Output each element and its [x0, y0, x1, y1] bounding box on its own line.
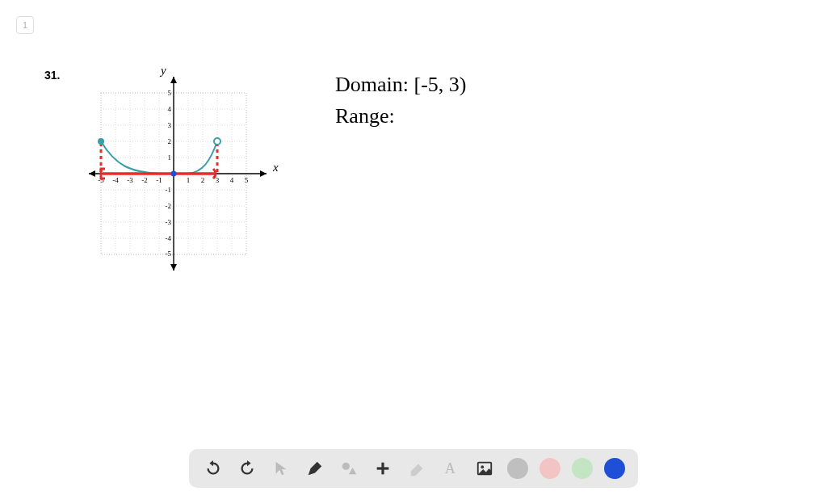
- svg-point-46: [98, 138, 104, 145]
- color-blue[interactable]: [604, 458, 625, 479]
- svg-text:-5: -5: [166, 250, 172, 258]
- problem-number: 31.: [44, 69, 60, 82]
- svg-marker-49: [209, 460, 213, 466]
- image-icon: [476, 460, 493, 477]
- color-grey[interactable]: [507, 458, 528, 479]
- plus-icon: [374, 460, 392, 477]
- graph-svg: -5-4-3 -2-1 123 45 543 21 -1-2-3 -4-5: [81, 69, 283, 279]
- toolbar: A: [189, 449, 638, 488]
- svg-text:-2: -2: [166, 202, 172, 210]
- x-axis-label: x: [273, 161, 279, 174]
- redo-button[interactable]: [236, 457, 258, 480]
- color-pink[interactable]: [539, 458, 560, 479]
- color-green[interactable]: [572, 458, 593, 479]
- svg-marker-19: [260, 170, 267, 177]
- svg-text:-4: -4: [112, 176, 119, 184]
- svg-text:3: 3: [216, 176, 220, 184]
- svg-text:-2: -2: [141, 176, 148, 184]
- svg-text:5: 5: [245, 176, 249, 184]
- undo-button[interactable]: [202, 457, 225, 480]
- text-icon: A: [442, 460, 460, 477]
- svg-text:2: 2: [168, 137, 172, 145]
- image-button[interactable]: [473, 457, 496, 480]
- svg-text:-3: -3: [166, 218, 172, 226]
- svg-marker-50: [247, 460, 251, 466]
- svg-marker-52: [349, 468, 356, 474]
- range-text: Range:: [335, 100, 466, 132]
- pointer-button[interactable]: [270, 457, 292, 480]
- y-axis-label: y: [161, 64, 166, 78]
- graph: y x -5-4-3: [81, 69, 283, 282]
- svg-marker-21: [170, 77, 177, 83]
- svg-point-57: [481, 465, 484, 468]
- svg-text:5: 5: [168, 89, 172, 97]
- undo-icon: [204, 460, 222, 477]
- svg-text:1: 1: [168, 153, 172, 162]
- svg-point-47: [214, 138, 220, 145]
- svg-text:-1: -1: [156, 176, 162, 184]
- svg-text:A: A: [445, 460, 456, 477]
- svg-point-48: [171, 171, 177, 177]
- svg-text:1: 1: [187, 176, 191, 184]
- svg-text:4: 4: [230, 176, 234, 184]
- svg-marker-22: [170, 264, 177, 271]
- handwritten-notes: Domain: [-5, 3) Range:: [335, 69, 466, 132]
- page-indicator: 1: [16, 16, 34, 34]
- eraser-button[interactable]: [405, 457, 428, 480]
- domain-text: Domain: [-5, 3): [335, 69, 466, 100]
- svg-text:3: 3: [168, 121, 172, 129]
- svg-text:2: 2: [201, 176, 205, 184]
- redo-icon: [238, 460, 256, 477]
- svg-text:-4: -4: [166, 234, 172, 242]
- svg-text:-1: -1: [166, 186, 172, 194]
- shapes-button[interactable]: [338, 457, 360, 480]
- svg-marker-20: [89, 170, 95, 177]
- text-button[interactable]: A: [439, 457, 462, 480]
- svg-text:4: 4: [168, 105, 172, 113]
- svg-text:-3: -3: [127, 176, 133, 184]
- plus-button[interactable]: [372, 457, 394, 480]
- eraser-icon: [408, 460, 426, 477]
- pen-icon: [306, 460, 324, 477]
- shapes-icon: [340, 460, 358, 477]
- svg-point-51: [342, 463, 350, 470]
- pointer-icon: [272, 460, 290, 477]
- pen-button[interactable]: [304, 457, 326, 480]
